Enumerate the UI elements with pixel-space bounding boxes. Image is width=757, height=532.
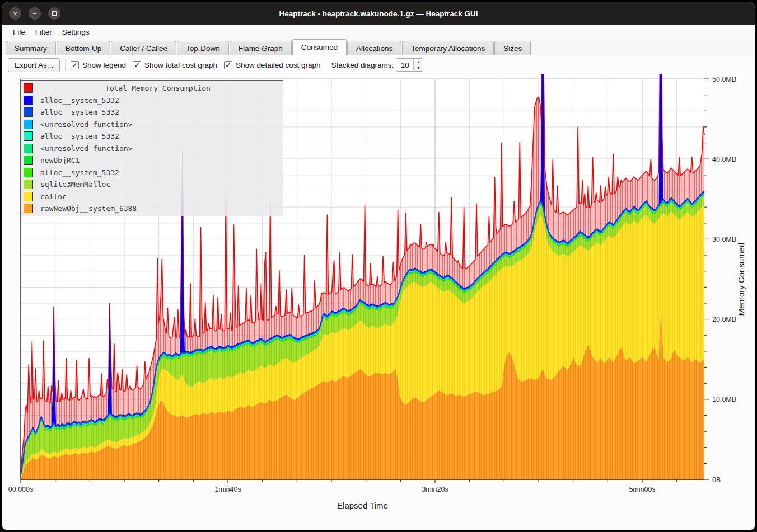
tabbar: SummaryBottom-UpCaller / CalleeTop-DownF… (2, 39, 755, 55)
legend-label: calloc (33, 192, 67, 201)
menu-file[interactable]: File (8, 26, 30, 38)
toolbar-separator (326, 59, 326, 71)
titlebar: × − Heaptrack - heaptrack.wakunode.1.gz … (2, 2, 755, 25)
toolbar: Export As... ✓Show legend✓Show total cos… (2, 55, 755, 74)
export-as-button[interactable]: Export As... (8, 58, 60, 72)
legend-swatch-icon (24, 168, 33, 177)
window-title: Heaptrack - heaptrack.wakunode.1.gz — He… (2, 2, 755, 25)
legend-label: <unresolved function> (33, 144, 132, 153)
legend-item: <unresolved function> (21, 119, 283, 130)
checkmark-icon: ✓ (133, 61, 141, 69)
legend-item: rawNewObj__system_6388 (21, 203, 283, 214)
legend-swatch-icon (24, 144, 33, 153)
svg-text:0B: 0B (712, 476, 721, 484)
checkmark-icon: ✓ (71, 61, 79, 69)
legend-item: alloc__system_5332 (21, 107, 283, 118)
legend-swatch-icon (24, 156, 33, 165)
tab-allocations[interactable]: Allocations (347, 41, 401, 55)
checkbox-label: Show legend (82, 61, 126, 69)
legend-label: newObjRC1 (33, 156, 80, 164)
legend-swatch-icon (24, 120, 33, 129)
stacked-diagrams-value[interactable]: 10 (396, 59, 413, 71)
legend-swatch-icon (24, 180, 33, 189)
svg-text:5min00s: 5min00s (629, 486, 655, 493)
legend-item: Total Memory Consumption (21, 83, 283, 94)
legend-swatch-icon (24, 83, 33, 93)
x-axis-title: Elapsed Time (337, 501, 388, 510)
svg-text:40,0MB: 40,0MB (712, 156, 736, 163)
legend-item: alloc__system_5332 (21, 95, 283, 106)
legend-swatch-icon (24, 96, 33, 105)
legend-label: alloc__system_5332 (33, 168, 119, 177)
checkbox-show-detailed-cost-graph[interactable]: ✓Show detailed cost graph (224, 61, 321, 69)
checkmark-icon: ✓ (224, 61, 232, 69)
legend-item: <unresolved function> (21, 143, 283, 154)
legend-label: rawNewObj__system_6388 (33, 204, 137, 213)
checkbox-show-legend[interactable]: ✓Show legend (71, 61, 126, 69)
y-axis-title: Memory Consumed (736, 243, 746, 316)
legend-label: <unresolved function> (33, 120, 132, 129)
tab-top-down[interactable]: Top-Down (177, 41, 229, 55)
legend-swatch-icon (24, 192, 33, 201)
legend-item: newObjRC1 (21, 155, 283, 166)
svg-text:1min40s: 1min40s (214, 486, 241, 493)
svg-text:50,0MB: 50,0MB (712, 76, 736, 83)
stacked-diagrams-spinbox[interactable]: 10 ▲ ▼ (396, 58, 423, 72)
tab-caller-callee[interactable]: Caller / Callee (111, 41, 176, 55)
legend-swatch-icon (24, 204, 33, 213)
spin-up-icon[interactable]: ▲ (414, 59, 423, 65)
tab-sizes[interactable]: Sizes (494, 41, 531, 55)
legend-swatch-icon (24, 107, 33, 117)
legend-label: alloc__system_5332 (33, 96, 119, 105)
tab-bottom-up[interactable]: Bottom-Up (57, 41, 111, 55)
legend-item: calloc (21, 191, 283, 202)
svg-text:00.000s: 00.000s (8, 486, 33, 493)
svg-text:3min20s: 3min20s (422, 486, 448, 493)
legend-label: sqlite3MemMalloc (33, 180, 110, 189)
legend-label: Total Memory Consumption (33, 84, 283, 92)
consumed-chart[interactable]: 00.000s1min40s3min20s5min00s0B10,0MB20,0… (2, 74, 755, 530)
legend-item: sqlite3MemMalloc (21, 179, 283, 190)
legend-item: alloc__system_5332 (21, 131, 283, 142)
checkbox-label: Show detailed cost graph (236, 61, 321, 69)
legend-label: alloc__system_5332 (33, 132, 119, 140)
legend-label: alloc__system_5332 (33, 108, 119, 116)
svg-text:30,0MB: 30,0MB (712, 236, 736, 243)
menu-settings[interactable]: Settings (57, 26, 95, 38)
menu-filter[interactable]: Filter (30, 26, 57, 38)
stacked-diagrams-label: Stacked diagrams: (331, 61, 394, 69)
svg-text:20,0MB: 20,0MB (712, 316, 736, 323)
legend-item: alloc__system_5332 (21, 167, 283, 178)
toolbar-separator (65, 59, 66, 71)
legend-swatch-icon (24, 131, 33, 141)
tab-consumed[interactable]: Consumed (292, 39, 347, 55)
spin-down-icon[interactable]: ▼ (414, 65, 423, 72)
menubar: FileFilterSettings (2, 25, 755, 39)
checkbox-show-total-cost-graph[interactable]: ✓Show total cost graph (133, 61, 217, 69)
tab-flame-graph[interactable]: Flame Graph (230, 41, 292, 55)
tab-summary[interactable]: Summary (6, 41, 56, 55)
svg-text:10,0MB: 10,0MB (712, 396, 736, 403)
heaptrack-window: × − Heaptrack - heaptrack.wakunode.1.gz … (2, 2, 755, 530)
checkbox-label: Show total cost graph (144, 61, 217, 69)
chart-legend: Total Memory Consumptionalloc__system_53… (20, 80, 283, 216)
tab-temporary-allocations[interactable]: Temporary Allocations (402, 41, 494, 55)
